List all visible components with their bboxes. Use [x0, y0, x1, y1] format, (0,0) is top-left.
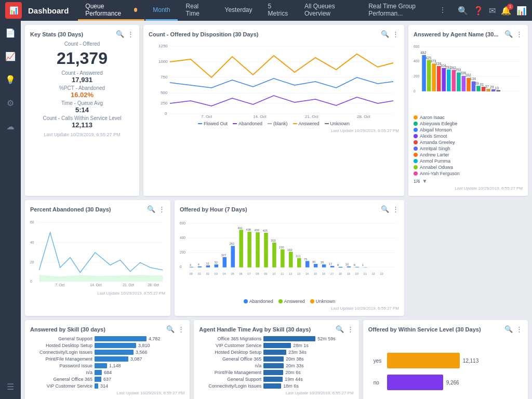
dashboard-title: Dashboard [28, 6, 69, 15]
svg-rect-77 [190, 267, 194, 268]
svg-text:7. Oct: 7. Oct [201, 114, 212, 119]
svg-text:250: 250 [161, 101, 168, 105]
answered-agent-more-icon[interactable]: ⋮ [516, 30, 523, 38]
pct-abandoned-update: Last Update 10/29/2019, 6:55:27 PM [30, 291, 165, 296]
help-icon[interactable]: ❓ [473, 6, 484, 16]
offered-disposition-card: Count - Offered by Disposition (30 Days)… [143, 25, 404, 196]
svg-text:1000: 1000 [158, 59, 168, 64]
answered-skill-card: Answered by Skill (30 days) 🔍 ⋮ General … [25, 320, 190, 399]
svg-rect-26 [432, 63, 436, 91]
offered-disposition-legend: Flowed Out Abandoned (blank) Answered Un… [149, 121, 399, 126]
key-stats-search-icon[interactable]: 🔍 [116, 30, 124, 38]
answered-skill-more-icon[interactable]: ⋮ [178, 325, 184, 333]
key-stats-more-icon[interactable]: ⋮ [127, 30, 134, 38]
svg-text:13: 13 [495, 86, 499, 90]
tab-realtime[interactable]: Real Time [179, 0, 217, 21]
within-service-more-icon[interactable]: ⋮ [516, 325, 523, 333]
offered-hour-update: Last Update 10/29/2019, 6:55:27 PM [180, 306, 399, 311]
svg-rect-35 [476, 86, 481, 91]
svg-text:14. Oct: 14. Oct [253, 114, 267, 119]
handle-time-more-icon[interactable]: ⋮ [347, 325, 354, 333]
svg-text:1250: 1250 [158, 44, 168, 48]
svg-text:4: 4 [198, 263, 200, 266]
agent-name: Anni-Yah Ferguson [420, 171, 460, 176]
offered-hour-card: Offered by Hour (7 Days) 🔍 ⋮ 600 400 200… [175, 200, 404, 316]
agent-name: Amanda Greeley [420, 140, 455, 145]
svg-rect-32 [462, 76, 466, 91]
tab-month[interactable]: Month [145, 0, 177, 21]
sidebar-icon-cloud[interactable]: ☁ [4, 119, 17, 134]
svg-rect-96 [239, 230, 243, 267]
pct-abandoned-more-icon[interactable]: ⋮ [158, 205, 165, 213]
svg-rect-108 [272, 243, 276, 268]
offered-disposition-more-icon[interactable]: ⋮ [392, 30, 399, 38]
key-stats-big-number: 21,379 [30, 49, 134, 68]
more-tabs-icon[interactable]: ⋮ [439, 6, 446, 14]
answered-skill-update: Last Update 10/29/2019, 6:55:27 PM [30, 391, 184, 395]
agent-page: 1/6 [414, 179, 420, 184]
svg-text:28. Oct: 28. Oct [357, 114, 371, 119]
sidebar-icon-chart[interactable]: 📈 [3, 49, 18, 63]
svg-text:29: 29 [490, 85, 494, 89]
calls-service-val: 12,113 [30, 121, 134, 129]
svg-text:127: 127 [221, 254, 226, 257]
svg-text:8: 8 [354, 263, 355, 267]
handle-time-title: Agent Handle Time Avg by Skill (30 days) [199, 326, 311, 332]
svg-text:37: 37 [485, 85, 489, 88]
svg-text:01: 01 [198, 272, 201, 275]
svg-rect-24 [422, 55, 426, 91]
tab-5metrics[interactable]: 5 Metrics [260, 0, 296, 21]
sidebar-icon-document[interactable]: 📄 [3, 26, 18, 40]
svg-rect-80 [198, 267, 202, 268]
svg-rect-99 [247, 232, 251, 267]
offered-hour-search-icon[interactable]: 🔍 [381, 205, 389, 213]
svg-text:14: 14 [305, 272, 309, 275]
notification-icon[interactable]: 🔔1 [501, 6, 511, 16]
svg-rect-120 [305, 261, 310, 267]
answered-agent-update: Last Update 10/29/2019, 6:55:27 PM [414, 186, 523, 191]
within-service-card: Offered by Within Service Level (30 Days… [363, 320, 528, 399]
answered-agent-title: Answered by Agent Name (30... [414, 31, 498, 37]
within-service-search-icon[interactable]: 🔍 [504, 325, 513, 333]
agent-name: Alexis Smoot [420, 134, 447, 139]
sidebar-icon-settings[interactable]: ⚙ [5, 96, 16, 110]
offered-disposition-chart: 1250 1000 750 500 250 0 [149, 41, 399, 133]
tab-queue-performance[interactable]: Queue Performance [78, 0, 144, 21]
pct-abandoned-search-icon[interactable]: 🔍 [147, 205, 155, 213]
svg-rect-117 [297, 258, 301, 268]
svg-text:0: 0 [165, 111, 167, 116]
answered-agent-search-icon[interactable]: 🔍 [504, 30, 513, 38]
handle-time-search-icon[interactable]: 🔍 [336, 325, 344, 333]
answered-skill-title: Answered by Skill (30 days) [30, 326, 105, 332]
offered-disposition-update: Last Update 10/29/2019, 6:55:27 PM [149, 128, 399, 133]
svg-rect-29 [447, 70, 451, 91]
offered-hour-more-icon[interactable]: ⋮ [392, 205, 399, 213]
chart-icon[interactable]: 📊 [516, 6, 527, 16]
svg-text:10: 10 [345, 263, 349, 266]
svg-text:430: 430 [254, 229, 259, 232]
offered-disposition-search-icon[interactable]: 🔍 [381, 30, 389, 38]
search-icon[interactable]: 🔍 [458, 6, 468, 16]
svg-rect-37 [486, 89, 490, 91]
svg-text:40: 40 [312, 260, 315, 263]
svg-text:23: 23 [380, 272, 383, 275]
agent-name: Amritpal Singh [420, 146, 450, 151]
agent-name: Andrew Larter [420, 152, 449, 157]
answered-skill-search-icon[interactable]: 🔍 [166, 325, 175, 333]
tab-all-queues[interactable]: All Queues Overview [297, 0, 360, 21]
svg-rect-28 [442, 68, 446, 91]
sidebar-icon-menu[interactable]: ☰ [5, 380, 16, 394]
count-offered-label: Count - Offered [30, 41, 134, 47]
handle-time-bars: Office 365 Migrations52m 59s VIP Custome… [199, 336, 353, 389]
svg-rect-86 [215, 264, 219, 268]
agent-page-down-icon[interactable]: ▼ [422, 178, 428, 184]
svg-text:600: 600 [414, 45, 419, 48]
tab-yesterday[interactable]: Yesterday [218, 0, 260, 21]
svg-text:09: 09 [264, 272, 267, 275]
svg-rect-31 [457, 72, 461, 91]
mail-icon[interactable]: ✉ [489, 6, 496, 16]
svg-rect-127 [322, 264, 326, 268]
sidebar-icon-bulb[interactable]: 💡 [3, 73, 18, 87]
tab-realtime-group[interactable]: Real Time Group Performan... ⋮ [361, 0, 454, 21]
svg-text:11: 11 [281, 272, 284, 275]
